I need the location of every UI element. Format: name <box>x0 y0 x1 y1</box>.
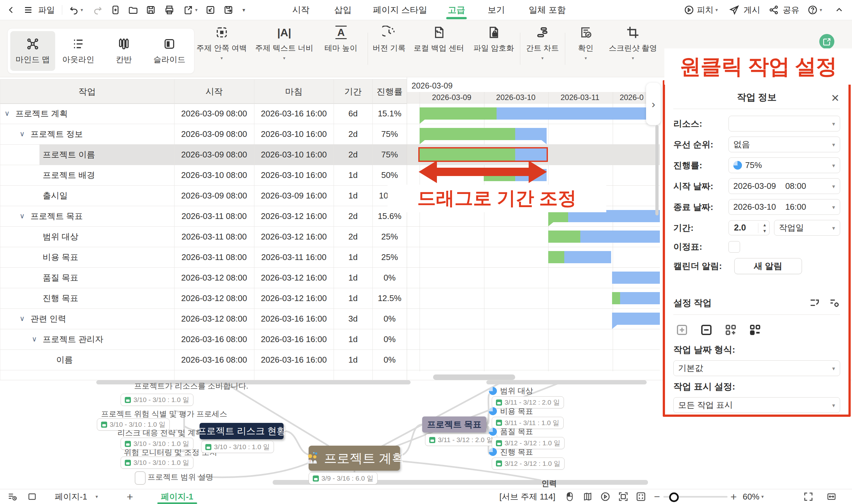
vertical-scrollbar[interactable] <box>655 125 659 215</box>
set-task-icon[interactable] <box>809 297 820 309</box>
table-row[interactable]: 품질 목표2026-03-12 08:002026-03-12 16:001d0… <box>0 267 407 288</box>
gantt-bar[interactable] <box>612 312 660 325</box>
table-row[interactable]: ∨프로젝트 계획2026-03-09 08:002026-03-16 16:00… <box>0 103 407 124</box>
close-icon[interactable]: ✕ <box>831 92 839 104</box>
mindmap-topic[interactable]: 진행 목표 <box>489 447 533 457</box>
redo-icon[interactable] <box>93 0 103 20</box>
zoom-in-button[interactable]: + <box>730 489 737 504</box>
tool-screenshot[interactable]: 스크린샷 촬영▾ <box>609 26 657 73</box>
add-page-button[interactable]: + <box>127 489 133 504</box>
export-icon[interactable]: ▾ <box>183 0 198 20</box>
column-header[interactable]: 기간 <box>334 79 372 104</box>
table-row[interactable]: 프로젝트 배경2026-03-10 08:002026-03-10 16:001… <box>0 165 407 185</box>
page-selector[interactable]: 페이지-1▾ <box>55 489 98 504</box>
horizontal-scrollbar[interactable] <box>433 375 515 380</box>
column-header[interactable]: 작업 <box>0 79 174 104</box>
fit-canvas-icon[interactable] <box>618 489 628 504</box>
single-page-view-icon[interactable] <box>27 489 37 504</box>
zoom-level[interactable]: 60%▾ <box>743 489 764 504</box>
collapse-arrow-icon[interactable]: ∨ <box>4 109 10 118</box>
table-row[interactable]: ∨프로젝트 정보2026-03-09 08:002026-03-10 16:00… <box>0 124 407 144</box>
open-folder-icon[interactable] <box>128 0 138 20</box>
mindmap-node-goal[interactable]: 프로젝트 목표 <box>422 416 486 432</box>
tool-theme-height[interactable]: A 테마 높이 <box>325 26 358 73</box>
publish-button[interactable]: 게시 <box>744 0 760 20</box>
tab-advanced[interactable]: 고급 <box>448 0 465 20</box>
table-row[interactable]: 범위 대상2026-03-11 08:002026-03-12 16:002d2… <box>0 226 407 247</box>
end-date-select[interactable]: 2026-03-10 16:00▼ <box>728 199 840 215</box>
column-header[interactable]: 마침 <box>254 79 334 104</box>
mode-slide[interactable]: 슬라이드 <box>147 31 192 71</box>
mode-kanban[interactable]: 칸반 <box>101 31 146 71</box>
tab-view[interactable]: 보기 <box>487 0 505 20</box>
start-date-select[interactable]: 2026-03-09 08:00▼ <box>728 178 840 194</box>
mindmap-node-risk[interactable]: 프로젝트 리스크 현황 <box>199 423 284 439</box>
help-icon[interactable]: ▾ <box>807 0 822 20</box>
milestone-checkbox[interactable] <box>728 241 740 253</box>
collapse-ribbon-icon[interactable] <box>835 0 844 20</box>
gantt-bar[interactable] <box>548 251 611 263</box>
task-display-select[interactable]: 모든 작업 표시▼ <box>673 397 840 413</box>
priority-select[interactable]: 없음▼ <box>728 137 840 152</box>
tab-page-style[interactable]: 페이지 스타일 <box>373 0 427 20</box>
undo-icon[interactable]: ▾ <box>69 0 83 20</box>
tab-home[interactable]: 시작 <box>292 0 309 20</box>
tab-all-in-one[interactable]: 일체 포함 <box>529 0 566 20</box>
page-map-icon[interactable] <box>583 489 593 504</box>
save-icon[interactable] <box>146 0 156 20</box>
task-settings-gear-icon[interactable] <box>829 297 840 309</box>
gantt-bar[interactable] <box>612 292 660 304</box>
add-task-icon[interactable] <box>675 323 689 337</box>
more-tools-chevron-icon[interactable]: ▾ <box>243 0 245 20</box>
zoom-slider-knob[interactable] <box>669 492 679 502</box>
mindmap-topic[interactable]: 범위 대상 <box>489 386 533 396</box>
mode-outline[interactable]: 아웃라인 <box>56 31 101 71</box>
import-icon[interactable] <box>205 0 216 20</box>
page-tab[interactable]: 페이지-1 <box>161 489 193 504</box>
stepper-arrows-icon[interactable]: ▲▼ <box>763 222 767 234</box>
fullscreen-icon[interactable] <box>803 489 813 504</box>
mindmap-node-central[interactable]: 프로젝트 계획 <box>308 446 400 471</box>
date-format-select[interactable]: 기본값▼ <box>673 360 840 376</box>
tool-local-backup[interactable]: 로컬 백업 센터 <box>413 26 464 73</box>
tool-topic-text-width[interactable]: |A| 주제 텍스트 너비▾ <box>255 26 313 73</box>
table-row[interactable]: ∨프로젝트 목표2026-03-11 08:002026-03-12 16:00… <box>0 206 407 226</box>
table-row[interactable]: 진행 목표2026-03-12 08:002026-03-12 16:001d1… <box>0 288 407 308</box>
duration-stepper[interactable]: 2.0▲▼ <box>728 220 769 235</box>
zoom-out-button[interactable]: − <box>654 489 660 504</box>
share-button[interactable]: 공유 <box>783 0 799 20</box>
remove-subtask-icon[interactable] <box>748 323 762 337</box>
save-as-icon[interactable] <box>223 0 233 20</box>
gantt-bar[interactable] <box>420 128 547 140</box>
new-alert-button[interactable]: 새 알림 <box>734 258 802 274</box>
mindmap-topic-partial[interactable]: 인력 <box>542 478 557 489</box>
table-row[interactable]: 비용 목표2026-03-11 08:002026-03-11 16:001d2… <box>0 247 407 267</box>
table-row[interactable]: ∨프로젝트 관리자2026-03-16 08:002026-03-16 16:0… <box>0 329 407 349</box>
mode-mind-map[interactable]: 마인드 맵 <box>10 31 55 71</box>
tool-file-encrypt[interactable]: 파일 암호화 <box>474 26 514 73</box>
tool-version-history[interactable]: 버전 기록 <box>373 26 406 73</box>
remove-task-icon[interactable] <box>699 323 713 337</box>
mindmap-topic[interactable]: 프로젝트 범위 설명 <box>147 472 213 482</box>
table-row[interactable]: 출시일2026-03-09 08:002026-03-09 16:001d100… <box>0 185 407 206</box>
hamburger-menu-icon[interactable] <box>23 0 33 20</box>
collapse-arrow-icon[interactable]: ∨ <box>20 314 25 323</box>
gantt-bar[interactable] <box>612 272 660 284</box>
back-icon[interactable] <box>7 0 15 20</box>
column-header[interactable]: 진행률 <box>372 79 407 104</box>
pitch-button[interactable]: 피치▾ <box>697 0 718 20</box>
new-document-icon[interactable] <box>110 0 121 20</box>
gantt-bar[interactable] <box>548 231 660 243</box>
table-row[interactable]: 프로젝트 이름2026-03-09 08:002026-03-10 16:002… <box>0 144 407 165</box>
quick-export-button[interactable] <box>819 34 834 49</box>
gantt-bar[interactable] <box>420 107 660 120</box>
pitch-play-icon[interactable] <box>684 0 694 20</box>
fit-width-icon[interactable] <box>826 489 837 504</box>
print-icon[interactable] <box>164 0 175 20</box>
mindmap-topic[interactable]: 프로젝트 위험 식별 및 평가 프로세스 <box>101 409 227 419</box>
collapse-arrow-icon[interactable]: ∨ <box>20 212 25 220</box>
table-row[interactable]: ∨관련 인력2026-03-12 08:002026-03-16 16:003d… <box>0 308 407 329</box>
column-header[interactable]: 시작 <box>174 79 254 104</box>
panel-expand-handle[interactable]: › <box>646 83 661 125</box>
collapse-arrow-icon[interactable]: ∨ <box>32 335 37 343</box>
